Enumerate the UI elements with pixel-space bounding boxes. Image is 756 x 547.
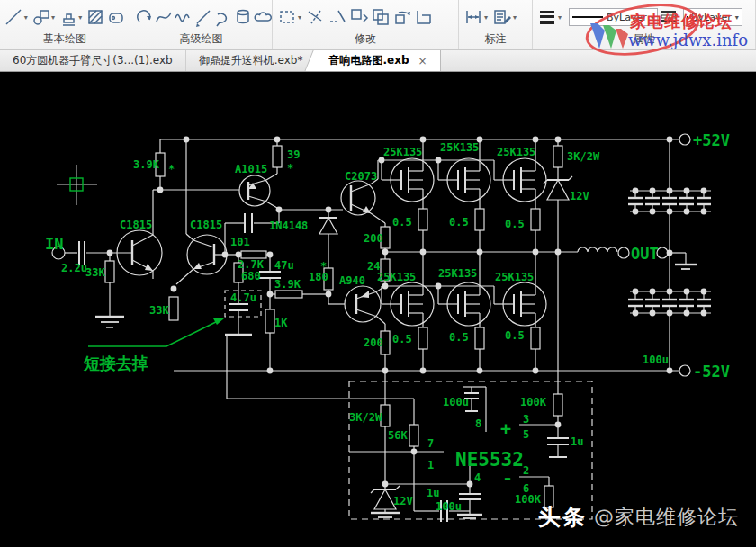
schematic-label[interactable]: 33K bbox=[149, 304, 169, 317]
schematic-label[interactable]: 680 bbox=[241, 270, 261, 282]
schematic-label[interactable]: 0.5 bbox=[449, 331, 469, 344]
schematic-wires[interactable] bbox=[52, 134, 711, 522]
schematic-label[interactable]: 1u bbox=[571, 435, 583, 448]
schematic-label[interactable]: 3 bbox=[523, 413, 529, 426]
schematic-label[interactable]: 100u bbox=[443, 396, 469, 408]
schematic-label[interactable]: 短接去掉 bbox=[83, 354, 148, 372]
schematic-label[interactable]: A940 bbox=[339, 274, 365, 287]
crosshair-cursor bbox=[57, 165, 97, 205]
schematic-label[interactable]: 47u bbox=[274, 259, 294, 272]
schematic-label[interactable]: 0.5 bbox=[505, 218, 525, 230]
schematic-label[interactable]: 3.9K bbox=[274, 278, 302, 291]
schematic-label[interactable]: * bbox=[287, 162, 293, 175]
schematic-label[interactable]: 100u bbox=[436, 500, 462, 513]
schematic-label[interactable]: 1u bbox=[427, 487, 439, 499]
schematic-label[interactable]: 1 bbox=[428, 459, 434, 471]
schematic-label[interactable]: 2 bbox=[523, 464, 529, 477]
schematic-label[interactable]: 25K135 bbox=[440, 141, 479, 154]
cad-application-window: ▾▾▾基本绘图高级绘图▾修改▾▾标注▾ByLayer▾ByLayer▾属性 60… bbox=[0, 0, 756, 547]
schematic-label[interactable]: 100u bbox=[643, 354, 669, 366]
schematic-label[interactable]: 4 bbox=[474, 471, 481, 484]
schematic-label[interactable]: C2073 bbox=[345, 170, 377, 183]
schematic-label[interactable]: 2.7K bbox=[238, 258, 265, 271]
schematic-label[interactable]: 100K bbox=[515, 493, 542, 506]
schematic-label[interactable]: 3.9K bbox=[133, 158, 160, 171]
schematic-label[interactable]: +52V bbox=[693, 131, 730, 149]
schematic-label[interactable]: 25K135 bbox=[438, 267, 477, 280]
schematic-label[interactable]: 1K bbox=[274, 317, 288, 329]
schematic-label[interactable]: 25K135 bbox=[377, 271, 416, 283]
schematic-label[interactable]: 5 bbox=[523, 428, 529, 441]
schematic-label[interactable]: 2.2u bbox=[61, 262, 87, 274]
schematic-label[interactable]: 7 bbox=[428, 437, 434, 450]
schematic-label[interactable]: 180 bbox=[309, 271, 328, 283]
schematic-label[interactable]: 25K135 bbox=[497, 146, 536, 158]
schematic-label[interactable]: + bbox=[500, 417, 511, 439]
schematic-label[interactable]: NE5532 bbox=[455, 449, 524, 471]
schematic-label[interactable]: 3K/2W bbox=[349, 411, 382, 424]
schematic-label[interactable]: IN bbox=[45, 235, 63, 253]
schematic-label[interactable]: * bbox=[168, 163, 175, 175]
schematic-label[interactable]: 0.5 bbox=[449, 216, 469, 229]
schematic-label[interactable]: 200 bbox=[364, 336, 383, 349]
schematic-label[interactable]: 200 bbox=[364, 232, 383, 245]
schematic-label[interactable]: A1015 bbox=[235, 163, 267, 175]
schematic-label[interactable]: 12V bbox=[393, 495, 413, 507]
schematic-label[interactable]: 100K bbox=[520, 396, 547, 408]
schematic-label[interactable]: 1N4148 bbox=[269, 220, 308, 232]
schematic-label[interactable]: C1815 bbox=[190, 219, 222, 231]
schematic-label[interactable]: 0.5 bbox=[505, 329, 525, 342]
schematic-label[interactable]: 56K bbox=[388, 429, 408, 442]
schematic-label[interactable]: 8 bbox=[475, 417, 482, 430]
schematic-label[interactable]: 0.5 bbox=[392, 216, 412, 229]
schematic-label[interactable]: 3K/2W bbox=[567, 150, 600, 163]
schematic-label[interactable]: 101 bbox=[230, 236, 250, 248]
schematic-label[interactable]: 12V bbox=[570, 190, 590, 202]
schematic-label[interactable]: 4.7u bbox=[230, 291, 256, 304]
schematic-label[interactable]: 39 bbox=[287, 148, 300, 161]
schematic-label[interactable]: OUT bbox=[631, 245, 659, 263]
drawing-canvas[interactable]: IN2.2u33KC1815C18153.9K*A101539*1011N414… bbox=[0, 0, 756, 547]
schematic-label[interactable]: 33K bbox=[86, 266, 105, 279]
schematic-label[interactable]: 0.5 bbox=[392, 333, 412, 345]
schematic-label[interactable]: 25K135 bbox=[495, 271, 534, 283]
schematic-label[interactable]: C1815 bbox=[120, 219, 152, 231]
schematic-label[interactable]: -52V bbox=[693, 363, 730, 381]
schematic-label[interactable]: 25K135 bbox=[383, 146, 422, 158]
schematic-label[interactable]: - bbox=[502, 467, 513, 489]
